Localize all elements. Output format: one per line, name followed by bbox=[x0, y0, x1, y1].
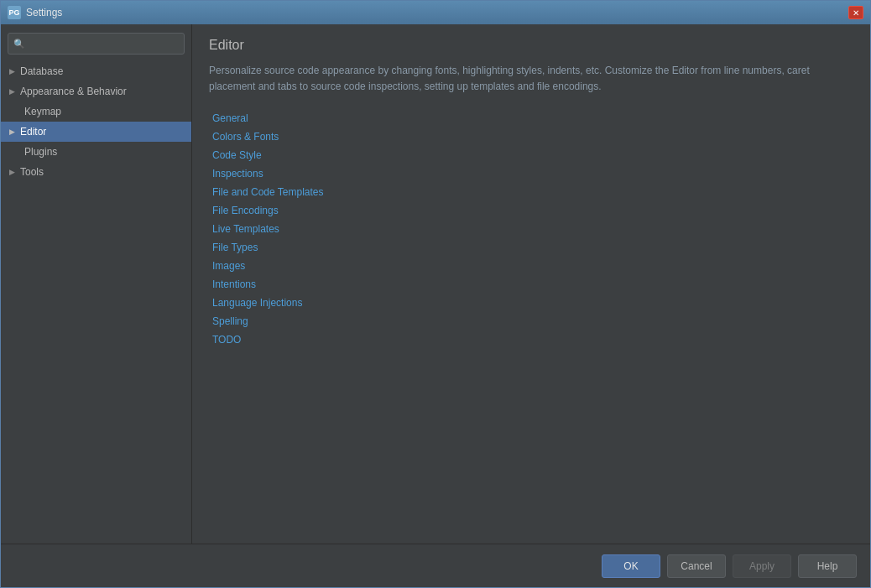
sidebar-item-label: Plugins bbox=[24, 146, 57, 158]
link-language-injections[interactable]: Language Injections bbox=[209, 294, 853, 311]
sidebar-item-editor[interactable]: ▶ Editor bbox=[1, 122, 191, 142]
link-colors-fonts[interactable]: Colors & Fonts bbox=[209, 128, 853, 145]
link-spelling[interactable]: Spelling bbox=[209, 313, 853, 330]
sidebar-item-appearance[interactable]: ▶ Appearance & Behavior bbox=[1, 81, 191, 101]
footer: OK Cancel Apply Help bbox=[1, 544, 870, 587]
sidebar-item-tools[interactable]: ▶ Tools bbox=[1, 162, 191, 182]
arrow-icon: ▶ bbox=[9, 127, 15, 136]
apply-button[interactable]: Apply bbox=[733, 554, 791, 578]
sidebar-item-label: Editor bbox=[20, 126, 46, 138]
panel-title: Editor bbox=[209, 38, 853, 53]
arrow-icon: ▶ bbox=[9, 87, 15, 96]
search-icon: 🔍 bbox=[13, 39, 25, 49]
main-panel: Editor Personalize source code appearanc… bbox=[192, 24, 870, 544]
editor-link-list: General Colors & Fonts Code Style Inspec… bbox=[209, 110, 853, 348]
sidebar: 🔍 ▶ Database ▶ Appearance & Behavior Key… bbox=[1, 24, 192, 544]
arrow-icon: ▶ bbox=[9, 168, 15, 176]
link-inspections[interactable]: Inspections bbox=[209, 165, 853, 182]
link-code-style[interactable]: Code Style bbox=[209, 147, 853, 164]
settings-window: PG Settings ✕ 🔍 ▶ Database ▶ Appearance … bbox=[0, 0, 871, 588]
link-file-types[interactable]: File Types bbox=[209, 239, 853, 256]
panel-description: Personalize source code appearance by ch… bbox=[209, 63, 853, 95]
title-bar: PG Settings ✕ bbox=[1, 1, 870, 24]
arrow-icon: ▶ bbox=[9, 67, 15, 75]
app-icon: PG bbox=[8, 6, 21, 19]
close-button[interactable]: ✕ bbox=[848, 6, 863, 19]
link-todo[interactable]: TODO bbox=[209, 331, 853, 348]
sidebar-item-plugins[interactable]: Plugins bbox=[1, 142, 191, 162]
sidebar-item-label: Database bbox=[20, 65, 63, 77]
link-intentions[interactable]: Intentions bbox=[209, 276, 853, 293]
cancel-button[interactable]: Cancel bbox=[667, 554, 726, 578]
link-file-code-templates[interactable]: File and Code Templates bbox=[209, 184, 853, 200]
search-box[interactable]: 🔍 bbox=[8, 33, 185, 55]
link-live-templates[interactable]: Live Templates bbox=[209, 221, 853, 237]
window-title: Settings bbox=[26, 7, 848, 18]
sidebar-item-label: Keymap bbox=[24, 106, 61, 117]
link-images[interactable]: Images bbox=[209, 258, 853, 274]
sidebar-item-label: Appearance & Behavior bbox=[20, 86, 127, 97]
content-area: 🔍 ▶ Database ▶ Appearance & Behavior Key… bbox=[1, 24, 870, 544]
sidebar-item-label: Tools bbox=[20, 166, 44, 178]
search-input[interactable] bbox=[8, 33, 185, 55]
ok-button[interactable]: OK bbox=[602, 554, 660, 578]
sidebar-item-database[interactable]: ▶ Database bbox=[1, 61, 191, 81]
sidebar-item-keymap[interactable]: Keymap bbox=[1, 101, 191, 122]
link-file-encodings[interactable]: File Encodings bbox=[209, 202, 853, 219]
help-button[interactable]: Help bbox=[798, 554, 857, 578]
link-general[interactable]: General bbox=[209, 110, 853, 127]
